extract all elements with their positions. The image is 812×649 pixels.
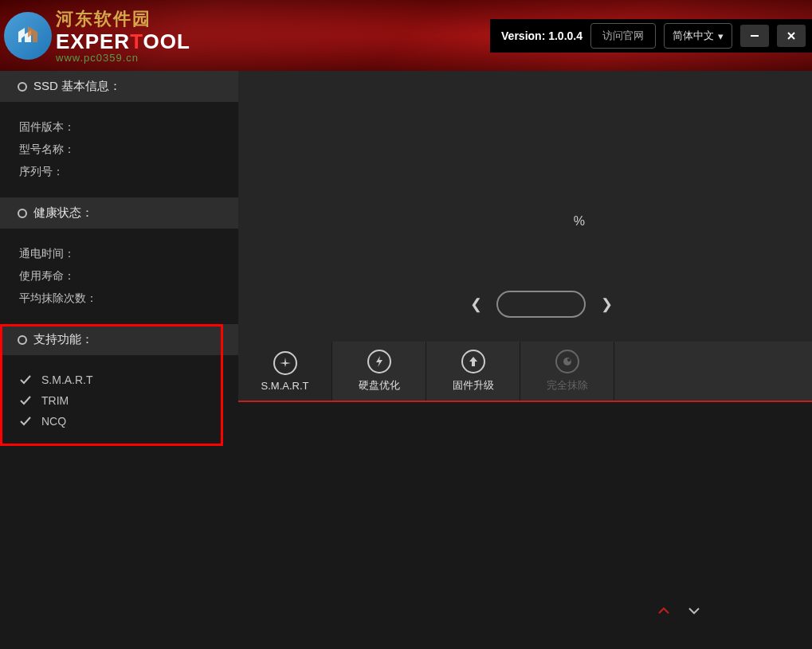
tab-label: 完全抹除 [547, 378, 588, 393]
sidebar: SSD 基本信息： 固件版本： 型号名称： 序列号： 健康状态： 通电时间： 使… [0, 71, 238, 649]
bullet-icon [18, 82, 27, 92]
pager: ❮ ❯ [469, 291, 613, 318]
erase-icon [555, 350, 579, 373]
version-label: Version: 1.0.0.4 [501, 29, 583, 42]
highlight-box [0, 324, 223, 446]
tab-smart[interactable]: S.M.A.R.T [238, 342, 332, 401]
bullet-icon [18, 209, 27, 218]
tab-label: S.M.A.R.T [261, 380, 309, 392]
chevron-down-icon: ▾ [718, 30, 724, 42]
tab-optimize[interactable]: 硬盘优化 [332, 342, 426, 401]
minimize-button[interactable] [740, 25, 769, 47]
scroll-up-button[interactable] [657, 604, 670, 619]
scroll-arrows [657, 604, 700, 619]
lower-area [238, 402, 812, 649]
info-row: 平均抹除次数： [19, 287, 219, 310]
watermark-cn: 河东软件园 [56, 7, 190, 31]
svg-point-4 [567, 358, 571, 362]
percent-symbol: % [574, 214, 585, 229]
tabs: S.M.A.R.T 硬盘优化 固件升级 完全抹除 [238, 342, 812, 402]
info-row: 序列号： [19, 161, 219, 183]
pager-indicator[interactable] [496, 291, 586, 318]
visit-official-button[interactable]: 访问官网 [590, 23, 656, 49]
app-name: EXPERTOOL [56, 31, 190, 52]
pager-prev-button[interactable]: ❮ [469, 295, 482, 313]
header-bar: 河东软件园 EXPERTOOL www.pc0359.cn Version: 1… [0, 0, 812, 71]
info-row: 通电时间： [19, 243, 219, 265]
logo-area: 河东软件园 EXPERTOOL www.pc0359.cn [4, 7, 190, 64]
info-row: 型号名称： [19, 139, 219, 161]
section-header-health: 健康状态： [0, 197, 238, 229]
scroll-down-button[interactable] [688, 604, 700, 619]
header-controls: Version: 1.0.0.4 访问官网 简体中文 ▾ [490, 19, 812, 53]
watermark-url: www.pc0359.cn [56, 52, 190, 64]
section-header-basic-info: SSD 基本信息： [0, 71, 238, 102]
tab-firmware[interactable]: 固件升级 [426, 342, 520, 401]
tab-label: 硬盘优化 [359, 378, 400, 393]
svg-point-3 [563, 358, 571, 366]
main-area: SSD 基本信息： 固件版本： 型号名称： 序列号： 健康状态： 通电时间： 使… [0, 71, 812, 649]
close-icon [786, 30, 797, 41]
logo-icon [4, 12, 52, 60]
language-label: 简体中文 [673, 29, 714, 43]
close-button[interactable] [777, 25, 806, 47]
info-row: 固件版本： [19, 116, 219, 139]
section-title: 健康状态： [33, 205, 93, 221]
upload-icon [461, 350, 485, 373]
plane-icon [273, 351, 297, 375]
section-body-health: 通电时间： 使用寿命： 平均抹除次数： [0, 229, 238, 324]
gauge-area: % ❮ ❯ [238, 71, 812, 342]
language-select[interactable]: 简体中文 ▾ [664, 23, 732, 49]
section-title: SSD 基本信息： [33, 79, 121, 94]
content-area: % ❮ ❯ S.M.A.R.T 硬盘优化 [238, 71, 812, 649]
tab-label: 固件升级 [453, 378, 494, 393]
chevron-down-icon [688, 606, 700, 616]
chevron-up-icon [657, 606, 670, 616]
info-row: 使用寿命： [19, 265, 219, 287]
minimize-icon [749, 30, 760, 41]
bolt-icon [367, 350, 391, 373]
section-body-basic-info: 固件版本： 型号名称： 序列号： [0, 102, 238, 197]
tab-erase[interactable]: 完全抹除 [520, 342, 614, 401]
pager-next-button[interactable]: ❯ [600, 295, 613, 313]
